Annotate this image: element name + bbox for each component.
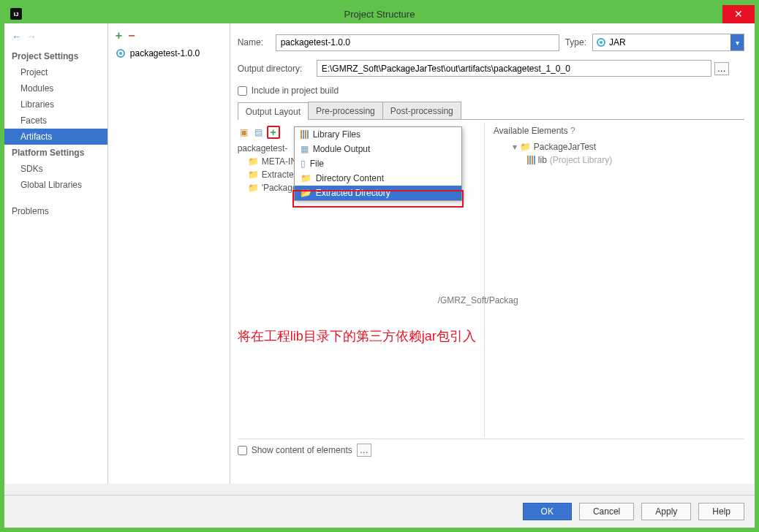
- include-build-checkbox[interactable]: [238, 86, 247, 96]
- type-value: JAR: [609, 37, 626, 48]
- nav-project[interactable]: Project: [4, 64, 107, 80]
- new-folder-icon[interactable]: ▣: [238, 126, 251, 139]
- tab-pre-processing[interactable]: Pre-processing: [308, 102, 383, 119]
- available-elements-label: Available Elements: [494, 126, 568, 136]
- library-icon: [527, 156, 535, 164]
- close-button[interactable]: ✕: [722, 5, 755, 23]
- help-icon[interactable]: ?: [570, 126, 575, 136]
- annotation-text: 将在工程lib目录下的第三方依赖jar包引入: [238, 327, 476, 345]
- add-popup-menu: Library Files ▦Module Output ▯File 📁Dire…: [294, 126, 462, 201]
- menu-directory-content[interactable]: 📁Directory Content: [295, 171, 461, 186]
- browse-outdir-button[interactable]: …: [714, 62, 729, 75]
- artifact-item[interactable]: packagetest-1.0.0: [113, 47, 225, 60]
- avail-lib[interactable]: lib (Project Library): [494, 153, 740, 167]
- folder-icon: 📁: [248, 170, 259, 180]
- nav-modules[interactable]: Modules: [4, 80, 107, 96]
- name-field[interactable]: [276, 34, 559, 51]
- outdir-label: Output directory:: [238, 64, 317, 74]
- window-title: Project Structure: [344, 9, 415, 20]
- tab-post-processing[interactable]: Post-processing: [382, 102, 461, 119]
- nav-artifacts[interactable]: Artifacts: [4, 129, 107, 145]
- folder-icon: 📁: [248, 183, 259, 193]
- nav-libraries[interactable]: Libraries: [4, 96, 107, 113]
- module-icon: ▦: [301, 144, 309, 154]
- help-button[interactable]: Help: [698, 503, 744, 520]
- app-icon: IJ: [10, 8, 22, 20]
- output-layout-tree: ▣ ▤ + packagetest- 📁META-INF 📁Extracted …: [238, 123, 485, 437]
- jar-icon: [596, 37, 606, 48]
- folder-icon: 📁: [248, 156, 259, 167]
- section-project-settings: Project Settings: [4, 48, 107, 64]
- folder-icon: 📁: [301, 173, 311, 183]
- show-content-more-button[interactable]: …: [357, 444, 371, 457]
- nav-facets[interactable]: Facets: [4, 113, 107, 129]
- menu-file[interactable]: ▯File: [295, 156, 461, 171]
- new-archive-icon[interactable]: ▤: [252, 126, 265, 139]
- apply-button[interactable]: Apply: [641, 503, 691, 520]
- jar-icon: [116, 48, 126, 58]
- section-platform-settings: Platform Settings: [4, 145, 107, 161]
- button-bar: OK Cancel Apply Help: [4, 495, 755, 528]
- type-select[interactable]: JAR ▾: [592, 34, 744, 51]
- ok-button[interactable]: OK: [523, 503, 572, 520]
- add-copy-icon[interactable]: +: [267, 126, 280, 139]
- svg-point-1: [119, 52, 122, 55]
- titlebar: IJ Project Structure ✕: [4, 4, 755, 23]
- avail-project[interactable]: ▾ 📁 PackageJarTest: [494, 140, 740, 153]
- menu-library-files[interactable]: Library Files: [295, 127, 461, 142]
- type-label: Type:: [565, 37, 586, 48]
- library-icon: [301, 130, 309, 139]
- add-artifact-icon[interactable]: +: [116, 29, 122, 42]
- nav-back-icon[interactable]: ←: [12, 31, 22, 42]
- nav-forward-icon[interactable]: →: [26, 31, 37, 42]
- folder-icon: 📁: [520, 142, 531, 152]
- remove-artifact-icon[interactable]: −: [128, 29, 135, 42]
- nav-global-libraries[interactable]: Global Libraries: [4, 177, 107, 193]
- outdir-field[interactable]: [317, 60, 711, 77]
- clipped-path-text: /GMRZ_Soft/Packag: [438, 295, 518, 305]
- extracted-icon: 📂: [301, 188, 311, 198]
- tab-output-layout[interactable]: Output Layout: [238, 102, 309, 120]
- left-sidebar: ← → Project Settings Project Modules Lib…: [4, 23, 108, 484]
- show-content-checkbox[interactable]: [238, 446, 247, 455]
- chevron-down-icon: ▾: [513, 142, 517, 152]
- menu-module-output[interactable]: ▦Module Output: [295, 142, 461, 156]
- main-panel: Name: Type: JAR ▾ Output directory: … In: [230, 23, 755, 484]
- artifact-list-panel: + − packagetest-1.0.0: [108, 23, 230, 484]
- name-label: Name:: [238, 37, 276, 48]
- cancel-button[interactable]: Cancel: [579, 503, 634, 520]
- available-elements-panel: Available Elements ? ▾ 📁 PackageJarTest …: [489, 123, 744, 437]
- include-build-label: Include in project build: [252, 86, 339, 96]
- chevron-down-icon: ▾: [730, 34, 744, 50]
- nav-sdks[interactable]: SDKs: [4, 161, 107, 177]
- show-content-label: Show content of elements: [252, 445, 352, 455]
- file-icon: ▯: [301, 159, 306, 169]
- artifact-label: packagetest-1.0.0: [130, 48, 200, 58]
- menu-extracted-directory[interactable]: 📂Extracted Directory: [295, 186, 461, 200]
- nav-problems[interactable]: Problems: [4, 203, 107, 219]
- svg-point-3: [600, 41, 603, 44]
